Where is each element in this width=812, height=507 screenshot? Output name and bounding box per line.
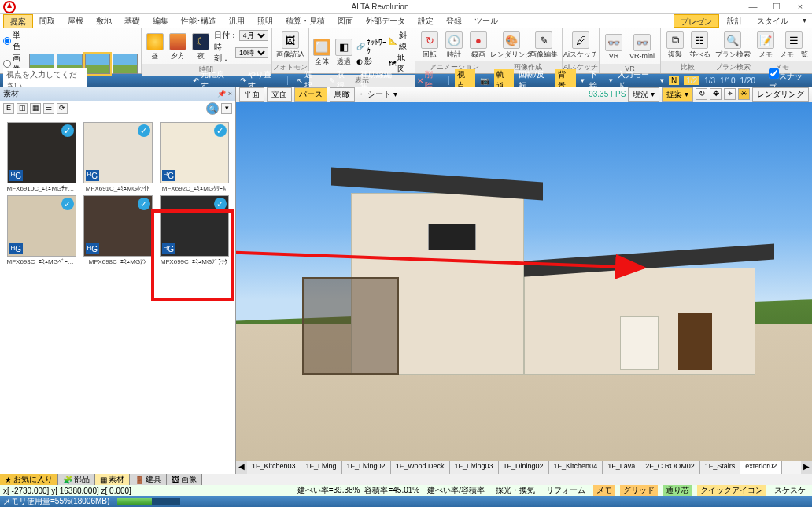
lowtab-fixtures[interactable]: 🚪建具: [130, 474, 167, 485]
situation-select[interactable]: 現況 ▾: [628, 87, 659, 102]
menu-tab-structure[interactable]: 性能･構造: [175, 14, 223, 28]
3d-viewport[interactable]: [236, 102, 812, 461]
tab-scroll-left[interactable]: ◀: [236, 461, 247, 474]
view-bottom-tab[interactable]: 1F_Kitchen03: [247, 461, 301, 474]
show-transparent-button[interactable]: ◧透過: [334, 39, 354, 67]
material-item-4[interactable]: ✓HGMFX698C_ｴﾐｭMGｱﾝ: [81, 195, 154, 265]
bg-thumb-3[interactable]: [85, 54, 110, 74]
show-diag-button[interactable]: 📐斜線: [389, 30, 412, 52]
time-night-button[interactable]: ☾夜: [190, 33, 211, 61]
menu-tab-register[interactable]: 登録: [440, 14, 468, 28]
menubar-dropdown[interactable]: ▾: [796, 14, 809, 28]
status-grid[interactable]: グリッド: [620, 485, 658, 496]
anim-clock-button[interactable]: 🕒時計: [443, 31, 465, 60]
view-tab-elevation[interactable]: 立面: [267, 87, 292, 102]
menu-tab-external[interactable]: 外部データ: [360, 14, 412, 28]
clock-select[interactable]: 10時: [235, 47, 268, 58]
view-bottom-tab[interactable]: 1F_Wood Deck: [391, 461, 450, 474]
menu-tab-tools[interactable]: ツール: [468, 14, 504, 28]
view-tool-target[interactable]: ⌖: [724, 88, 736, 100]
menu-tab-proposal[interactable]: 提案: [3, 14, 33, 28]
material-item-1[interactable]: ✓HGMFX691C_ｴﾐｭMGﾎﾜｲﾄ: [81, 122, 154, 192]
menu-tab-lighting[interactable]: 照明: [251, 14, 279, 28]
mat-tool-2[interactable]: ◫: [17, 103, 28, 114]
material-item-3[interactable]: ✓HGMFX693C_ｴﾐｭMGﾍﾞｰｼﾞｭ: [5, 195, 78, 265]
show-shadow-toggle[interactable]: ◐影: [356, 56, 386, 67]
rendering-button[interactable]: 🎨レンダリング: [496, 31, 526, 60]
bg-thumb-4[interactable]: [113, 54, 138, 74]
frac-1-3[interactable]: 1/3: [704, 76, 715, 85]
mat-tool-5[interactable]: ⟳: [57, 103, 68, 114]
menu-tab-settings[interactable]: 設定: [412, 14, 440, 28]
status-grp-1[interactable]: 建ぺい率/容積率: [424, 485, 488, 496]
menu-tab-edit[interactable]: 編集: [146, 14, 175, 28]
photomon-load-button[interactable]: 🖼画像読込: [275, 31, 305, 60]
menu-tab-drawing[interactable]: 図面: [331, 14, 360, 28]
view-tab-birdseye[interactable]: 鳥瞰: [330, 87, 355, 102]
menu-tab-floorplan[interactable]: 間取: [33, 14, 61, 28]
view-bottom-tab[interactable]: 1F_Stairs: [700, 461, 741, 474]
time-evening-button[interactable]: 夕方: [168, 33, 188, 61]
window-close[interactable]: ×: [788, 2, 812, 12]
suggest-select[interactable]: 提案 ▾: [662, 87, 693, 102]
anim-record-button[interactable]: ●録画: [467, 31, 489, 60]
material-item-5[interactable]: ✓HGMFX699C_ｴﾐｭMGﾌﾞﾗｯｸ: [157, 195, 231, 265]
search-icon[interactable]: 🔍: [206, 102, 219, 115]
show-network-toggle[interactable]: 🔗ﾈｯﾄﾜｰｸ: [356, 38, 386, 55]
material-item-0[interactable]: ✓HGMFX6910C_ｴﾐｭMGﾁｬｺｰﾙ: [5, 122, 78, 192]
mat-tool-3[interactable]: ▦: [30, 103, 41, 114]
lowtab-images[interactable]: 🖼画像: [167, 474, 202, 485]
view-bottom-tab[interactable]: 1F_Living02: [342, 461, 391, 474]
mat-tool-4[interactable]: ☰: [43, 103, 54, 114]
frac-1-20[interactable]: 1/20: [740, 76, 755, 85]
status-memo[interactable]: メモ: [593, 485, 615, 496]
menu-tab-foundation[interactable]: 基礎: [118, 14, 146, 28]
status-grp-2[interactable]: 採光・換気: [493, 485, 538, 496]
view-tool-sun[interactable]: ☀: [738, 88, 750, 100]
lowtab-materials[interactable]: ▦素材: [95, 474, 130, 485]
n-tag[interactable]: N: [669, 76, 679, 85]
vr-mini-button[interactable]: 👓VR-mini: [627, 34, 657, 60]
plan-search-button[interactable]: 🔍プラン検索: [718, 31, 747, 60]
view-tab-perspective[interactable]: パース: [294, 87, 327, 102]
menu-tab-site[interactable]: 敷地: [90, 14, 118, 28]
status-grp-3[interactable]: リフォーム: [543, 485, 589, 496]
view-tool-move[interactable]: ✥: [710, 88, 722, 100]
menu-tab-general[interactable]: 汎用: [223, 14, 251, 28]
memo-list-button[interactable]: ☰メモ一覧: [779, 31, 809, 60]
ai-sketch-button[interactable]: 🖊Aiスケッチ: [566, 31, 596, 60]
render-button[interactable]: レンダリング: [752, 87, 809, 102]
bg-image-radio[interactable]: [3, 60, 11, 68]
date-select[interactable]: 4月: [239, 30, 268, 41]
window-maximize[interactable]: ☐: [765, 2, 788, 12]
frac-1-2[interactable]: 1/2: [684, 76, 699, 85]
status-axis[interactable]: 通り芯: [663, 485, 692, 496]
right-tab-style[interactable]: スタイル: [751, 14, 795, 28]
anim-rotate-button[interactable]: ↻回転: [419, 31, 441, 60]
vr-button[interactable]: 👓VR: [603, 34, 625, 60]
menu-tab-estimate[interactable]: 積算・見積: [279, 14, 331, 28]
view-tool-refresh[interactable]: ↻: [696, 88, 707, 100]
bg-solid-radio[interactable]: [3, 37, 11, 45]
memo-button[interactable]: 📝メモ: [755, 31, 777, 60]
right-tab-design[interactable]: 設計: [721, 14, 749, 28]
duplicate-button[interactable]: ⧉複製: [664, 31, 686, 60]
tab-scroll-right[interactable]: ▶: [801, 461, 812, 474]
time-noon-button[interactable]: 昼: [145, 33, 165, 61]
mat-tool-1[interactable]: E: [3, 103, 14, 114]
panel-pin-icon[interactable]: 📌 ×: [217, 90, 232, 98]
material-item-2[interactable]: ✓HGMFX692C_ｴﾐｭMGｸﾘｰﾑ: [157, 122, 231, 192]
show-all-button[interactable]: ⬜全体: [312, 39, 332, 67]
view-tab-sheet[interactable]: シート ▾: [367, 89, 397, 100]
lowtab-parts[interactable]: 🧩部品: [58, 474, 95, 485]
view-bottom-tab[interactable]: 1F_Living03: [450, 461, 499, 474]
view-bottom-tab[interactable]: 2F_C.ROOM02: [640, 461, 700, 474]
camera-icon[interactable]: 📷: [480, 76, 489, 85]
window-minimize[interactable]: —: [741, 2, 765, 12]
lowtab-favorite[interactable]: ★お気に入り: [0, 474, 58, 485]
image-edit-button[interactable]: ✎画像編集: [529, 31, 559, 60]
view-bottom-tab[interactable]: 1F_Kitchen04: [549, 461, 603, 474]
status-quickicon[interactable]: クイックアイコン: [697, 485, 766, 496]
status-sukesuke[interactable]: スケスケ: [771, 485, 809, 496]
view-bottom-tab[interactable]: exterior02: [740, 461, 782, 474]
